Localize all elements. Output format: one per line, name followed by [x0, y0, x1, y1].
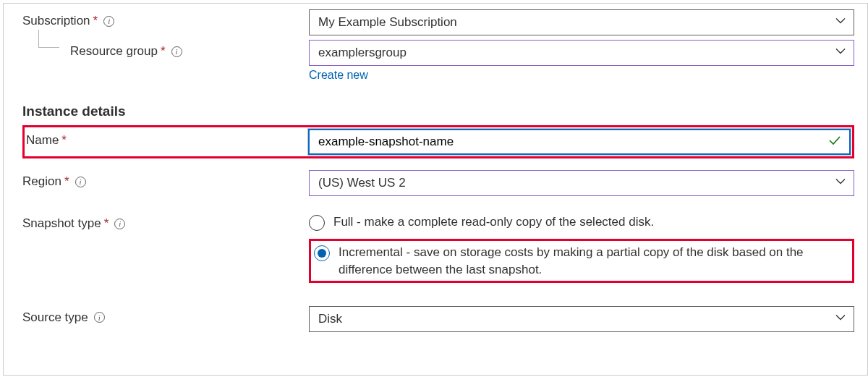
- radio-unchecked-icon[interactable]: [309, 215, 325, 231]
- required-asterisk: *: [64, 174, 69, 189]
- instance-details-heading: Instance details: [22, 103, 854, 119]
- required-asterisk: *: [161, 44, 166, 59]
- snapshot-type-full-label: Full - make a complete read-only copy of…: [333, 213, 854, 232]
- subscription-value: My Example Subscription: [318, 15, 457, 30]
- name-row-highlight: Name *: [22, 125, 854, 158]
- source-type-value: Disk: [318, 312, 342, 326]
- source-type-dropdown[interactable]: Disk: [309, 306, 854, 332]
- region-label: Region: [22, 174, 61, 189]
- snapshot-type-incremental-label: Incremental - save on storage costs by m…: [339, 244, 849, 279]
- create-new-link[interactable]: Create new: [309, 69, 368, 82]
- resource-group-value: examplersgroup: [318, 46, 407, 60]
- subscription-label: Subscription: [22, 14, 90, 28]
- required-asterisk: *: [104, 216, 109, 231]
- subscription-dropdown[interactable]: My Example Subscription: [309, 9, 854, 35]
- source-type-label: Source type: [22, 310, 88, 325]
- checkmark-icon: [827, 133, 842, 151]
- region-dropdown[interactable]: (US) West US 2: [309, 170, 854, 196]
- snapshot-type-full-option[interactable]: Full - make a complete read-only copy of…: [309, 213, 854, 232]
- snapshot-type-incremental-option[interactable]: Incremental - save on storage costs by m…: [314, 244, 849, 279]
- name-label: Name: [26, 133, 59, 148]
- resource-group-dropdown[interactable]: examplersgroup: [309, 40, 854, 66]
- snapshot-type-label: Snapshot type: [22, 216, 101, 231]
- required-asterisk: *: [93, 14, 98, 28]
- required-asterisk: *: [61, 133, 67, 148]
- info-icon[interactable]: i: [94, 312, 105, 323]
- info-icon[interactable]: i: [103, 16, 114, 27]
- radio-checked-icon[interactable]: [314, 245, 330, 261]
- region-value: (US) West US 2: [318, 176, 406, 190]
- info-icon[interactable]: i: [171, 46, 182, 57]
- chevron-down-icon: [835, 46, 846, 61]
- info-icon[interactable]: i: [75, 177, 86, 187]
- info-icon[interactable]: i: [114, 219, 125, 229]
- chevron-down-icon: [835, 311, 846, 326]
- snapshot-type-incremental-highlight: Incremental - save on storage costs by m…: [309, 239, 854, 283]
- name-input[interactable]: [318, 135, 823, 149]
- name-input-wrapper[interactable]: [308, 129, 851, 155]
- chevron-down-icon: [835, 176, 846, 191]
- chevron-down-icon: [835, 15, 846, 30]
- resource-group-label: Resource group: [70, 44, 158, 59]
- snapshot-type-radio-group: Full - make a complete read-only copy of…: [309, 213, 854, 283]
